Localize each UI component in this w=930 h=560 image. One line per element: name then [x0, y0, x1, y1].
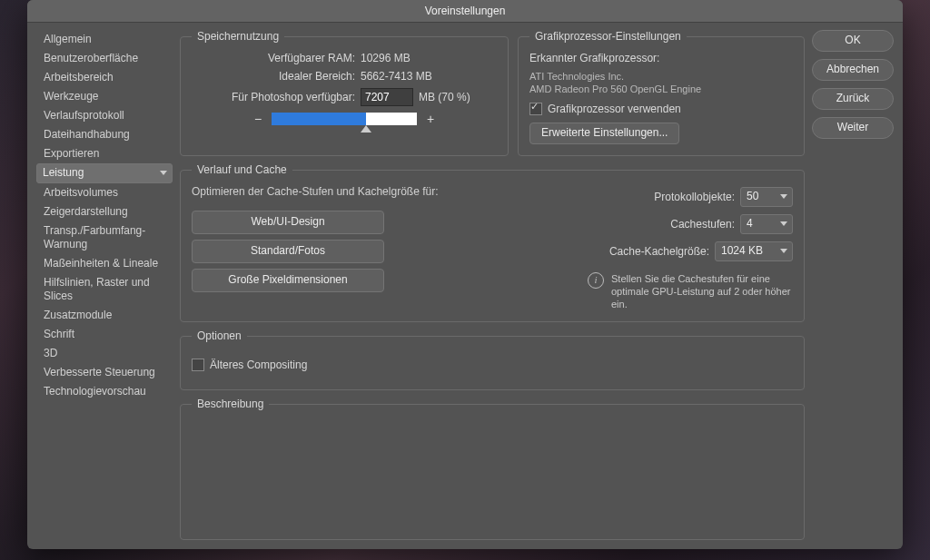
- ideal-range-value: 5662-7413 MB: [361, 70, 432, 83]
- detected-gpu-label: Erkannter Grafikprozessor:: [529, 52, 793, 64]
- sidebar-item-arbeitsbereich[interactable]: Arbeitsbereich: [36, 68, 173, 87]
- sidebar-item-schrift[interactable]: Schrift: [36, 325, 173, 344]
- cache-legend: Verlauf und Cache: [192, 163, 292, 176]
- cache-levels-select[interactable]: 4: [740, 214, 793, 234]
- cache-tile-label: Cache-Kachelgröße:: [609, 245, 709, 258]
- history-cache-group: Verlauf und Cache Optimieren der Cache-S…: [180, 163, 805, 322]
- photoshop-ram-input[interactable]: [361, 88, 413, 106]
- preset-standard-button[interactable]: Standard/Fotos: [192, 240, 384, 263]
- sidebar-item-3d[interactable]: 3D: [36, 344, 173, 363]
- sidebar-item-arbeitsvolumes[interactable]: Arbeitsvolumes: [36, 183, 173, 202]
- photoshop-ram-label: Für Photoshop verfügbar:: [192, 91, 355, 103]
- description-legend: Beschreibung: [192, 398, 269, 410]
- cache-levels-label: Cachestufen:: [670, 218, 735, 231]
- sidebar-item-werkzeuge[interactable]: Werkzeuge: [36, 87, 173, 106]
- next-button[interactable]: Weiter: [812, 117, 894, 139]
- category-sidebar: AllgemeinBenutzeroberflächeArbeitsbereic…: [36, 30, 173, 540]
- ram-slider[interactable]: [272, 113, 417, 125]
- options-legend: Optionen: [192, 329, 247, 342]
- sidebar-item-verlaufsprotokoll[interactable]: Verlaufsprotokoll: [36, 106, 173, 125]
- gpu-vendor: ATI Technologies Inc.: [529, 70, 793, 83]
- ram-increase-button[interactable]: +: [424, 112, 437, 126]
- sidebar-item-allgemein[interactable]: Allgemein: [36, 30, 173, 49]
- sidebar-item-exportieren[interactable]: Exportieren: [36, 144, 173, 163]
- gpu-settings-group: Grafikprozessor-Einstellungen Erkannter …: [518, 30, 805, 156]
- sidebar-item-zeigerdarstellung[interactable]: Zeigerdarstellung: [36, 202, 173, 221]
- gpu-advanced-button[interactable]: Erweiterte Einstellungen...: [529, 123, 679, 144]
- gpu-legend: Grafikprozessor-Einstellungen: [529, 30, 687, 43]
- sidebar-item-technologievorschau[interactable]: Technologievorschau: [36, 382, 173, 401]
- memory-legend: Speichernutzung: [192, 30, 284, 43]
- legacy-compositing-checkbox[interactable]: Älteres Compositing: [192, 359, 793, 371]
- ok-button[interactable]: OK: [812, 30, 894, 52]
- use-gpu-checkbox[interactable]: Grafikprozessor verwenden: [529, 103, 793, 115]
- ram-decrease-button[interactable]: −: [252, 112, 264, 126]
- use-gpu-label: Grafikprozessor verwenden: [548, 103, 681, 115]
- history-states-select[interactable]: 50: [740, 187, 793, 207]
- sidebar-item-transp-farbumfang-warnung[interactable]: Transp./Farbumfang-Warnung: [36, 221, 173, 254]
- cancel-button[interactable]: Abbrechen: [812, 59, 894, 81]
- sidebar-item-dateihandhabung[interactable]: Dateihandhabung: [36, 125, 173, 144]
- window-title: Voreinstellungen: [27, 0, 903, 23]
- checkbox-icon: [192, 359, 204, 371]
- sidebar-item-zusatzmodule[interactable]: Zusatzmodule: [36, 306, 173, 325]
- available-ram-label: Verfügbarer RAM:: [192, 52, 355, 64]
- optimize-for-label: Optimieren der Cache-Stufen und Kachelgr…: [192, 185, 438, 198]
- preferences-dialog: Voreinstellungen AllgemeinBenutzeroberfl…: [27, 0, 903, 549]
- checkbox-icon: [529, 103, 542, 115]
- sidebar-item-leistung[interactable]: Leistung: [36, 163, 173, 183]
- sidebar-item-verbesserte-steuerung[interactable]: Verbesserte Steuerung: [36, 363, 173, 382]
- back-button[interactable]: Zurück: [812, 88, 894, 110]
- ideal-range-label: Idealer Bereich:: [192, 70, 355, 83]
- sidebar-item-benutzeroberfl-che[interactable]: Benutzeroberfläche: [36, 49, 173, 68]
- gpu-device: AMD Radeon Pro 560 OpenGL Engine: [529, 83, 793, 95]
- photoshop-ram-unit: MB (70 %): [419, 91, 470, 103]
- cache-tile-select[interactable]: 1024 KB: [715, 241, 793, 261]
- history-states-label: Protokollobjekte:: [654, 191, 735, 203]
- available-ram-value: 10296 MB: [361, 52, 411, 64]
- options-group: Optionen Älteres Compositing: [180, 329, 805, 390]
- legacy-compositing-label: Älteres Compositing: [210, 359, 307, 371]
- preset-large-button[interactable]: Große Pixeldimensionen: [192, 269, 384, 292]
- cache-info-text: Stellen Sie die Cachestufen für eine opt…: [611, 272, 793, 310]
- slider-thumb-icon[interactable]: [361, 125, 371, 133]
- description-group: Beschreibung: [180, 398, 805, 540]
- sidebar-item-hilfslinien-raster-und-slices[interactable]: Hilfslinien, Raster und Slices: [36, 273, 173, 306]
- sidebar-item-ma-einheiten-lineale[interactable]: Maßeinheiten & Lineale: [36, 254, 173, 273]
- info-icon: i: [588, 272, 604, 289]
- dialog-buttons: OK Abbrechen Zurück Weiter: [812, 30, 894, 540]
- preset-web-ui-button[interactable]: Web/UI-Design: [192, 211, 384, 234]
- memory-usage-group: Speichernutzung Verfügbarer RAM: 10296 M…: [180, 30, 509, 156]
